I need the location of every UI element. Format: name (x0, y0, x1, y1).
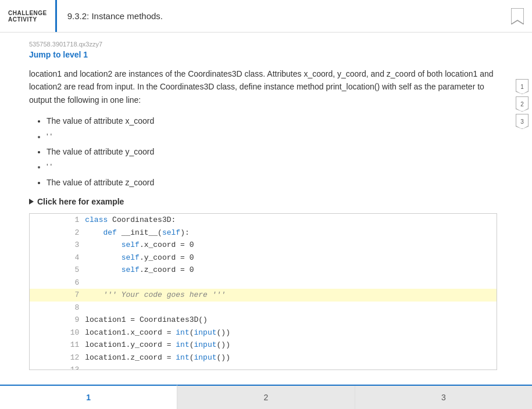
code-content: location1.y_coord = int(input()) (85, 339, 497, 351)
line-number: 2 (30, 227, 85, 239)
code-scroll[interactable]: 1class Coordinates3D:2 def __init__(self… (30, 214, 497, 370)
activity-text: ACTIVITY (8, 16, 47, 23)
code-line-row: 10location1.x_coord = int(input()) (30, 327, 497, 339)
line-number: 7 (30, 289, 85, 302)
code-content: self.x_coord = 0 (85, 239, 497, 252)
code-content: ''' Your code goes here ''' (85, 289, 497, 302)
bullet-comma-1: ' ' (47, 130, 497, 143)
code-line-row: 13 (30, 364, 497, 370)
header: CHALLENGE ACTIVITY 9.3.2: Instance metho… (0, 0, 532, 33)
code-line-row: 12location1.z_coord = int(input()) (30, 351, 497, 364)
code-content (85, 302, 497, 314)
code-line-row: 1class Coordinates3D: (30, 214, 497, 227)
description: location1 and location2 are instances of… (29, 67, 497, 106)
code-content: location1.x_coord = int(input()) (85, 327, 497, 339)
code-content: def __init__(self): (85, 227, 497, 239)
example-toggle-label: Click here for example (37, 197, 124, 206)
svg-marker-0 (511, 8, 524, 24)
tab-3[interactable]: 3 (355, 386, 532, 409)
line-number: 11 (30, 339, 85, 351)
header-title: 9.3.2: Instance methods. (57, 0, 503, 32)
line-number: 6 (30, 277, 85, 289)
code-content: self.y_coord = 0 (85, 252, 497, 264)
bottom-tabs: 1 2 3 (0, 385, 532, 409)
code-line-row: 3 self.x_coord = 0 (30, 239, 497, 252)
code-content: location1 = Coordinates3D() (85, 314, 497, 327)
triangle-icon (29, 199, 34, 204)
code-content (85, 277, 497, 289)
code-editor: 1class Coordinates3D:2 def __init__(self… (29, 213, 497, 370)
code-line-row: 8 (30, 302, 497, 314)
line-number: 1 (30, 214, 85, 227)
line-number: 5 (30, 264, 85, 277)
jump-link[interactable]: Jump to level 1 (29, 50, 88, 59)
bullet-z-coord: The value of attribute z_coord (47, 176, 497, 189)
code-line-row: 5 self.z_coord = 0 (30, 264, 497, 277)
content-area: 535758.3901718.qx3zzy7 Jump to level 1 l… (0, 33, 532, 385)
bookmark-icon[interactable] (503, 0, 532, 32)
bullet-comma-2: ' ' (47, 160, 497, 173)
line-number: 13 (30, 364, 85, 370)
line-number: 9 (30, 314, 85, 327)
challenge-label: CHALLENGE ACTIVITY (0, 0, 57, 32)
code-line-row: 2 def __init__(self): (30, 227, 497, 239)
line-number: 10 (30, 327, 85, 339)
bullet-y-coord: The value of attribute y_coord (47, 145, 497, 158)
line-number: 3 (30, 239, 85, 252)
code-line-row: 11location1.y_coord = int(input()) (30, 339, 497, 351)
line-number: 12 (30, 351, 85, 364)
tab-2[interactable]: 2 (177, 386, 355, 409)
bookmark-svg (511, 8, 524, 24)
bullet-x-coord: The value of attribute x_coord (47, 114, 497, 127)
code-content: location1.z_coord = int(input()) (85, 351, 497, 364)
tab-1[interactable]: 1 (0, 385, 177, 409)
example-toggle[interactable]: Click here for example (29, 197, 497, 206)
code-content (85, 364, 497, 370)
code-line-row: 7 ''' Your code goes here ''' (30, 289, 497, 302)
code-line-row: 6 (30, 277, 497, 289)
code-content: self.z_coord = 0 (85, 264, 497, 277)
code-line-row: 4 self.y_coord = 0 (30, 252, 497, 264)
code-table: 1class Coordinates3D:2 def __init__(self… (30, 214, 497, 370)
code-line-row: 9location1 = Coordinates3D() (30, 314, 497, 327)
bullet-list: The value of attribute x_coord ' ' The v… (47, 114, 497, 189)
code-content: class Coordinates3D: (85, 214, 497, 227)
problem-id: 535758.3901718.qx3zzy7 (29, 41, 497, 48)
line-number: 8 (30, 302, 85, 314)
challenge-text: CHALLENGE (8, 10, 47, 16)
line-number: 4 (30, 252, 85, 264)
main-wrapper: 1 2 3 535758.3901718.qx3zzy7 Jump to lev… (0, 33, 532, 409)
